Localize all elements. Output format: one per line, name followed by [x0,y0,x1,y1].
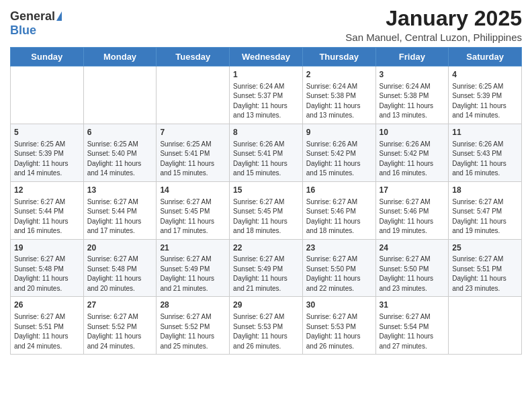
calendar-cell: 17Sunrise: 6:27 AM Sunset: 5:46 PM Dayli… [375,181,449,239]
day-number: 3 [380,69,445,81]
calendar-cell [449,297,522,355]
calendar-cell: 27Sunrise: 6:27 AM Sunset: 5:52 PM Dayli… [83,297,157,355]
calendar-cell [83,66,157,124]
calendar-cell: 5Sunrise: 6:25 AM Sunset: 5:39 PM Daylig… [11,124,84,181]
calendar-cell: 8Sunrise: 6:26 AM Sunset: 5:41 PM Daylig… [230,124,303,181]
calendar-cell: 14Sunrise: 6:27 AM Sunset: 5:45 PM Dayli… [157,181,230,239]
calendar-day-header: Thursday [302,48,375,66]
day-info: Sunrise: 6:25 AM Sunset: 5:39 PM Dayligh… [14,140,80,179]
calendar-day-header: Friday [375,48,449,66]
day-number: 31 [380,300,445,311]
calendar-day-header: Sunday [11,48,84,66]
day-number: 22 [233,242,299,254]
day-number: 15 [233,185,299,196]
calendar-day-header: Tuesday [157,48,230,66]
day-info: Sunrise: 6:27 AM Sunset: 5:54 PM Dayligh… [380,312,445,351]
day-number: 6 [87,127,153,138]
day-info: Sunrise: 6:27 AM Sunset: 5:48 PM Dayligh… [14,255,80,293]
page-subtitle: San Manuel, Central Luzon, Philippines [345,32,522,43]
day-info: Sunrise: 6:27 AM Sunset: 5:53 PM Dayligh… [306,312,372,351]
day-number: 21 [160,242,226,254]
day-info: Sunrise: 6:27 AM Sunset: 5:44 PM Dayligh… [14,197,80,236]
day-number: 14 [160,185,226,196]
day-info: Sunrise: 6:27 AM Sunset: 5:51 PM Dayligh… [14,312,80,351]
calendar-week-row: 5Sunrise: 6:25 AM Sunset: 5:39 PM Daylig… [11,124,522,181]
calendar-day-header: Monday [83,48,157,66]
calendar-week-row: 12Sunrise: 6:27 AM Sunset: 5:44 PM Dayli… [11,181,522,239]
day-number: 25 [452,242,518,254]
logo-general-text: General [10,9,55,24]
day-info: Sunrise: 6:27 AM Sunset: 5:48 PM Dayligh… [87,255,153,293]
day-info: Sunrise: 6:25 AM Sunset: 5:39 PM Dayligh… [452,82,518,121]
day-number: 5 [14,127,80,138]
day-number: 2 [306,69,372,81]
day-info: Sunrise: 6:27 AM Sunset: 5:52 PM Dayligh… [160,312,226,351]
day-info: Sunrise: 6:27 AM Sunset: 5:46 PM Dayligh… [306,197,372,236]
calendar-cell: 12Sunrise: 6:27 AM Sunset: 5:44 PM Dayli… [11,181,84,239]
day-number: 30 [306,300,372,311]
page: General Blue January 2025 San Manuel, Ce… [0,0,532,411]
calendar-day-header: Wednesday [230,48,303,66]
calendar-cell: 2Sunrise: 6:24 AM Sunset: 5:38 PM Daylig… [302,66,375,124]
day-info: Sunrise: 6:24 AM Sunset: 5:37 PM Dayligh… [233,82,299,121]
day-info: Sunrise: 6:27 AM Sunset: 5:44 PM Dayligh… [87,197,153,236]
calendar-cell: 25Sunrise: 6:27 AM Sunset: 5:51 PM Dayli… [449,239,522,297]
calendar-cell: 29Sunrise: 6:27 AM Sunset: 5:53 PM Dayli… [230,297,303,355]
calendar-week-row: 19Sunrise: 6:27 AM Sunset: 5:48 PM Dayli… [11,239,522,297]
day-number: 16 [306,185,372,196]
calendar-cell: 6Sunrise: 6:25 AM Sunset: 5:40 PM Daylig… [83,124,157,181]
calendar-table: SundayMondayTuesdayWednesdayThursdayFrid… [10,47,522,355]
calendar-day-header: Saturday [449,48,522,66]
day-number: 27 [87,300,153,311]
day-info: Sunrise: 6:25 AM Sunset: 5:41 PM Dayligh… [160,140,226,179]
day-number: 17 [380,185,445,196]
calendar-cell: 22Sunrise: 6:27 AM Sunset: 5:49 PM Dayli… [230,239,303,297]
day-number: 28 [160,300,226,311]
calendar-cell: 31Sunrise: 6:27 AM Sunset: 5:54 PM Dayli… [375,297,449,355]
day-number: 9 [306,127,372,138]
day-info: Sunrise: 6:27 AM Sunset: 5:51 PM Dayligh… [452,255,518,293]
header: General Blue January 2025 San Manuel, Ce… [10,7,522,43]
day-number: 19 [14,242,80,254]
day-info: Sunrise: 6:27 AM Sunset: 5:49 PM Dayligh… [233,255,299,293]
day-info: Sunrise: 6:27 AM Sunset: 5:49 PM Dayligh… [160,255,226,293]
calendar-cell [11,66,84,124]
day-info: Sunrise: 6:27 AM Sunset: 5:52 PM Dayligh… [87,312,153,351]
calendar-cell: 30Sunrise: 6:27 AM Sunset: 5:53 PM Dayli… [302,297,375,355]
logo-triangle-icon [56,11,62,21]
day-info: Sunrise: 6:27 AM Sunset: 5:53 PM Dayligh… [233,312,299,351]
calendar-cell [157,66,230,124]
calendar-cell: 3Sunrise: 6:24 AM Sunset: 5:38 PM Daylig… [375,66,449,124]
day-number: 12 [14,185,80,196]
calendar-cell: 1Sunrise: 6:24 AM Sunset: 5:37 PM Daylig… [230,66,303,124]
day-info: Sunrise: 6:27 AM Sunset: 5:45 PM Dayligh… [160,197,226,236]
calendar-cell: 21Sunrise: 6:27 AM Sunset: 5:49 PM Dayli… [157,239,230,297]
calendar-cell: 13Sunrise: 6:27 AM Sunset: 5:44 PM Dayli… [83,181,157,239]
day-info: Sunrise: 6:24 AM Sunset: 5:38 PM Dayligh… [306,82,372,121]
day-number: 7 [160,127,226,138]
day-number: 18 [452,185,518,196]
day-number: 10 [380,127,445,138]
calendar-cell: 11Sunrise: 6:26 AM Sunset: 5:43 PM Dayli… [449,124,522,181]
calendar-cell: 4Sunrise: 6:25 AM Sunset: 5:39 PM Daylig… [449,66,522,124]
calendar-week-row: 1Sunrise: 6:24 AM Sunset: 5:37 PM Daylig… [11,66,522,124]
day-info: Sunrise: 6:26 AM Sunset: 5:42 PM Dayligh… [380,140,445,179]
day-number: 11 [452,127,518,138]
calendar-week-row: 26Sunrise: 6:27 AM Sunset: 5:51 PM Dayli… [11,297,522,355]
calendar-cell: 24Sunrise: 6:27 AM Sunset: 5:50 PM Dayli… [375,239,449,297]
calendar-cell: 16Sunrise: 6:27 AM Sunset: 5:46 PM Dayli… [302,181,375,239]
calendar-cell: 23Sunrise: 6:27 AM Sunset: 5:50 PM Dayli… [302,239,375,297]
day-info: Sunrise: 6:24 AM Sunset: 5:38 PM Dayligh… [380,82,445,121]
day-number: 26 [14,300,80,311]
calendar-cell: 20Sunrise: 6:27 AM Sunset: 5:48 PM Dayli… [83,239,157,297]
page-title: January 2025 [345,7,522,30]
day-number: 1 [233,69,299,81]
day-number: 29 [233,300,299,311]
day-info: Sunrise: 6:27 AM Sunset: 5:45 PM Dayligh… [233,197,299,236]
day-info: Sunrise: 6:27 AM Sunset: 5:50 PM Dayligh… [380,255,445,293]
day-info: Sunrise: 6:27 AM Sunset: 5:46 PM Dayligh… [380,197,445,236]
day-number: 4 [452,69,518,81]
calendar-header-row: SundayMondayTuesdayWednesdayThursdayFrid… [11,48,522,66]
header-right: January 2025 San Manuel, Central Luzon, … [345,7,522,43]
day-info: Sunrise: 6:26 AM Sunset: 5:43 PM Dayligh… [452,140,518,179]
